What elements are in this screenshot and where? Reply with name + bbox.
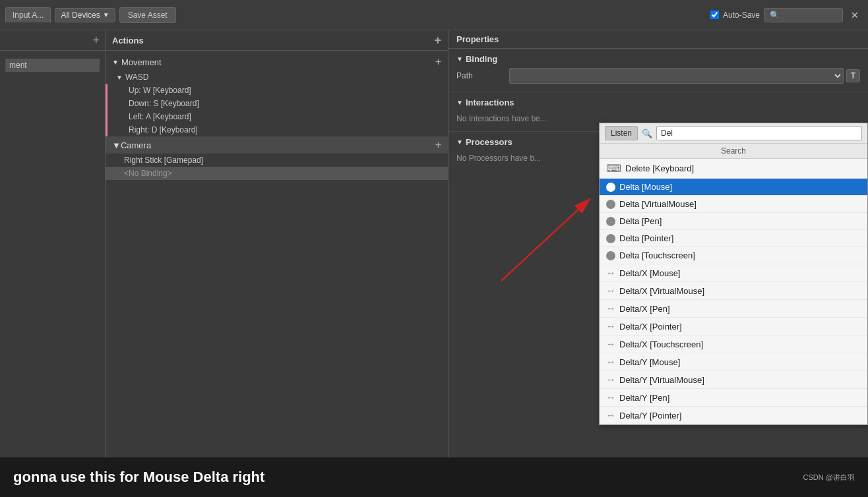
t-button[interactable]: T	[846, 69, 860, 82]
arrows-icon: ↔	[606, 303, 615, 314]
action-item-up[interactable]: Up: W [Keyboard]	[110, 84, 448, 97]
left-sidebar: + ment	[0, 30, 106, 457]
popup-item-label: Delta/Y [Mouse]	[619, 357, 680, 367]
arrows-icon: ↔	[606, 339, 615, 349]
action-item-down[interactable]: Down: S [Keyboard]	[110, 97, 448, 110]
popup-item[interactable]: ↔Delta/Y [Pointer]	[600, 407, 867, 424]
movement-group-header[interactable]: ▼ Movement +	[106, 53, 448, 71]
circle-icon	[606, 200, 615, 209]
actions-title: Actions	[112, 36, 144, 45]
caption-bar: gonna use this for Mouse Delta right CSD…	[0, 457, 868, 497]
movement-add-button[interactable]: +	[435, 56, 441, 68]
movement-triangle-icon: ▼	[112, 59, 119, 66]
popup-item-label: Delta/X [Pointer]	[619, 322, 682, 332]
arrows-icon: ↔	[606, 374, 615, 385]
popup-item[interactable]: ↔Delta/X [Pointer]	[600, 318, 867, 336]
properties-panel: Properties ▼ Binding Path T ▼ Interactio…	[449, 30, 868, 457]
popup-list: ⌨Delete [Keyboard]Delta [Mouse]Delta [Vi…	[600, 159, 867, 424]
popup-item[interactable]: ↔Delta/X [Pen]	[600, 300, 867, 318]
all-devices-label: All Devices	[61, 11, 100, 20]
input-tab[interactable]: Input A...	[5, 7, 51, 22]
sidebar-item-label[interactable]: ment	[5, 59, 100, 72]
arrows-icon: ↔	[606, 285, 615, 296]
close-button[interactable]: ✕	[847, 9, 863, 22]
wasd-subgroup-header[interactable]: ▼ WASD	[106, 71, 448, 84]
popup-item[interactable]: Delta [Pen]	[600, 213, 867, 230]
binding-section-header[interactable]: ▼ Binding	[456, 54, 860, 64]
arrows-icon: ↔	[606, 392, 615, 403]
popup-item[interactable]: Delta [Pointer]	[600, 230, 867, 247]
action-item-left[interactable]: Left: A [Keyboard]	[110, 110, 448, 123]
binding-triangle-icon: ▼	[456, 55, 463, 63]
popup-item[interactable]: Delta [Touchscreen]	[600, 247, 867, 264]
popup-item-label: Delta [VirtualMouse]	[619, 199, 697, 209]
dropdown-arrow-icon: ▼	[103, 11, 109, 18]
circle-icon	[606, 251, 615, 260]
action-item-right-stick[interactable]: Right Stick [Gamepad]	[106, 154, 448, 167]
action-item-right[interactable]: Right: D [Keyboard]	[110, 123, 448, 136]
actions-list: ▼ Movement + ▼ WASD Up: W [Keyboard] Dow…	[106, 51, 448, 183]
listen-button[interactable]: Listen	[605, 126, 638, 140]
popup-item[interactable]: ⌨Delete [Keyboard]	[600, 159, 867, 179]
search-icon: 🔍	[642, 129, 652, 138]
actions-panel-header: Actions +	[106, 30, 448, 51]
popup-item[interactable]: ↔Delta/X [VirtualMouse]	[600, 282, 867, 300]
movement-label: Movement	[121, 57, 162, 67]
circle-icon	[606, 183, 615, 192]
popup-item-label: Delta/X [VirtualMouse]	[619, 286, 704, 296]
camera-group-header[interactable]: ▼ Camera +	[106, 136, 448, 154]
popup-item[interactable]: ↔Delta/X [Touchscreen]	[600, 336, 867, 353]
wasd-triangle-icon: ▼	[116, 74, 123, 81]
popup-item-label: Delta/Y [VirtualMouse]	[619, 375, 704, 385]
no-binding-item[interactable]: <No Binding>	[106, 167, 448, 180]
binding-section: ▼ Binding Path T	[449, 49, 868, 92]
all-devices-dropdown[interactable]: All Devices ▼	[55, 8, 115, 22]
popup-item[interactable]: Delta [Mouse]	[600, 179, 867, 196]
path-dropdown[interactable]	[509, 68, 844, 84]
popup-item-label: Delta/Y [Pointer]	[619, 411, 681, 421]
interactions-section-header[interactable]: ▼ Interactions	[456, 98, 860, 107]
sidebar-add-button[interactable]: +	[92, 34, 100, 46]
binding-label: Binding	[466, 54, 497, 64]
toolbar-search-input[interactable]	[764, 8, 843, 22]
popup-item[interactable]: ↔Delta/Y [Mouse]	[600, 353, 867, 371]
main-area: + ment Actions + ▼ Movement + ▼ WASD	[0, 30, 868, 457]
autosave-checkbox[interactable]	[710, 11, 719, 19]
toolbar: Input A... All Devices ▼ Save Asset Auto…	[0, 0, 868, 30]
actions-panel: Actions + ▼ Movement + ▼ WASD Up: W [Key…	[106, 30, 449, 457]
popup-item[interactable]: ↔Delta/Y [VirtualMouse]	[600, 371, 867, 389]
popup-item-label: Delete [Keyboard]	[625, 163, 694, 173]
camera-label: Camera	[121, 140, 151, 150]
svg-line-1	[501, 198, 590, 281]
wasd-label: WASD	[125, 73, 149, 82]
popup-item-label: Delta/X [Touchscreen]	[619, 339, 703, 349]
autosave-area: Auto-Save	[710, 8, 843, 22]
caption-text: gonna use this for Mouse Delta right	[13, 469, 264, 486]
popup-item[interactable]: ↔Delta/X [Mouse]	[600, 264, 867, 282]
save-asset-button[interactable]: Save Asset	[119, 7, 176, 23]
popup-search-input[interactable]	[656, 126, 862, 140]
path-row: Path T	[456, 68, 860, 84]
popup-item-label: Delta/Y [Pen]	[619, 393, 669, 403]
processors-triangle-icon: ▼	[456, 138, 463, 146]
popup-search-row: Listen 🔍	[600, 123, 867, 144]
popup-item[interactable]: ↔Delta/Y [Pen]	[600, 389, 867, 407]
watermark: CSDN @讲白羽	[803, 473, 855, 482]
actions-add-button[interactable]: +	[434, 34, 441, 46]
circle-icon	[606, 234, 615, 243]
search-dropdown-popup: Listen 🔍 Search ⌨Delete [Keyboard]Delta …	[599, 123, 868, 425]
camera-add-button[interactable]: +	[435, 139, 441, 151]
arrows-icon: ↔	[606, 410, 615, 421]
keyboard-icon: ⌨	[606, 162, 621, 175]
popup-item-label: Delta [Mouse]	[619, 182, 672, 192]
camera-triangle-icon: ▼	[112, 140, 121, 150]
wasd-items-container: Up: W [Keyboard] Down: S [Keyboard] Left…	[110, 84, 448, 136]
popup-item-label: Delta [Pen]	[619, 216, 662, 226]
popup-item[interactable]: Delta [VirtualMouse]	[600, 196, 867, 213]
sidebar-content: ment	[0, 51, 105, 77]
autosave-label: Auto-Save	[723, 11, 760, 20]
popup-item-label: Delta/X [Mouse]	[619, 268, 681, 278]
circle-icon	[606, 217, 615, 226]
pink-accent-bar	[106, 84, 108, 136]
wasd-items-accent: Up: W [Keyboard] Down: S [Keyboard] Left…	[106, 84, 448, 136]
